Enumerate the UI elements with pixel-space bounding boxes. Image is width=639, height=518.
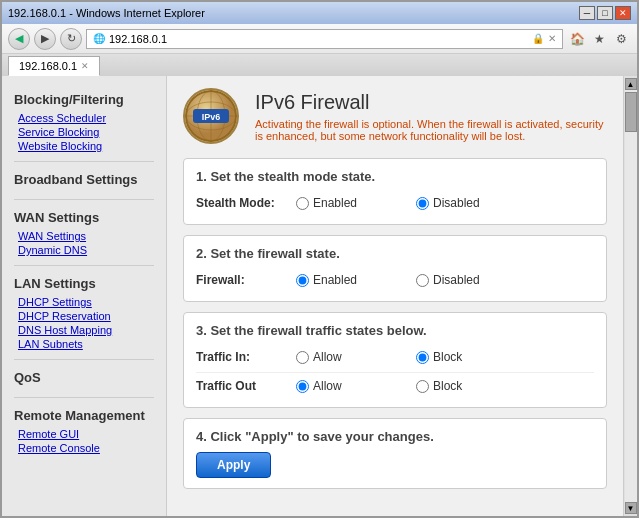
- address-icon: 🌐: [93, 33, 105, 44]
- sidebar-section-title-remote: Remote Management: [14, 408, 154, 423]
- browser-window: 192.168.0.1 - Windows Internet Explorer …: [0, 0, 639, 518]
- main-content: IPv6 IPv6 Firewall Activating the firewa…: [167, 76, 623, 516]
- traffic-out-radio-group: Allow Block: [296, 379, 506, 393]
- stealth-mode-radio-group: Enabled Disabled: [296, 196, 506, 210]
- stealth-mode-enabled-option[interactable]: Enabled: [296, 196, 386, 210]
- sidebar-item-remote-gui[interactable]: Remote GUI: [14, 427, 154, 441]
- stealth-mode-disabled-option[interactable]: Disabled: [416, 196, 506, 210]
- stealth-mode-disabled-radio[interactable]: [416, 197, 429, 210]
- scrollbar[interactable]: ▲ ▼: [623, 76, 637, 516]
- scroll-thumb[interactable]: [625, 92, 637, 132]
- stealth-mode-title: 1. Set the stealth mode state.: [196, 169, 594, 184]
- traffic-out-allow-option[interactable]: Allow: [296, 379, 386, 393]
- forward-button[interactable]: ▶: [34, 28, 56, 50]
- stealth-mode-enabled-radio[interactable]: [296, 197, 309, 210]
- traffic-title: 3. Set the firewall traffic states below…: [196, 323, 594, 338]
- firewall-icon-svg: IPv6: [185, 90, 237, 142]
- traffic-out-field-row: Traffic Out Allow Block: [196, 372, 594, 397]
- sidebar-item-remote-console[interactable]: Remote Console: [14, 441, 154, 455]
- scroll-track: [625, 90, 637, 502]
- minimize-button[interactable]: ─: [579, 6, 595, 20]
- subtitle-normal: Activating the firewall is optional.: [255, 118, 414, 130]
- traffic-in-block-label: Block: [433, 350, 462, 364]
- address-input[interactable]: [109, 33, 528, 45]
- stealth-mode-disabled-label: Disabled: [433, 196, 480, 210]
- sidebar-section-title-broadband: Broadband Settings: [14, 172, 154, 187]
- firewall-enabled-label: Enabled: [313, 273, 357, 287]
- title-bar-text: 192.168.0.1 - Windows Internet Explorer: [8, 7, 205, 19]
- sidebar-item-dhcp-reservation[interactable]: DHCP Reservation: [14, 309, 154, 323]
- sidebar-section-title-blocking: Blocking/Filtering: [14, 92, 154, 107]
- tools-icon[interactable]: ⚙: [611, 29, 631, 49]
- scroll-down-button[interactable]: ▼: [625, 502, 637, 514]
- traffic-in-radio-group: Allow Block: [296, 350, 506, 364]
- firewall-label: Firewall:: [196, 273, 296, 287]
- traffic-in-field-row: Traffic In: Allow Block: [196, 346, 594, 368]
- traffic-in-allow-option[interactable]: Allow: [296, 350, 386, 364]
- svg-text:IPv6: IPv6: [202, 112, 221, 122]
- sidebar-divider-2: [14, 199, 154, 200]
- sidebar-item-dhcp-settings[interactable]: DHCP Settings: [14, 295, 154, 309]
- sidebar-divider-5: [14, 397, 154, 398]
- sidebar-section-blocking: Blocking/Filtering Access Scheduler Serv…: [2, 86, 166, 157]
- sidebar-section-broadband: Broadband Settings: [2, 166, 166, 195]
- stealth-mode-field-row: Stealth Mode: Enabled Disabled: [196, 192, 594, 214]
- apply-button[interactable]: Apply: [196, 452, 271, 478]
- firewall-disabled-label: Disabled: [433, 273, 480, 287]
- maximize-button[interactable]: □: [597, 6, 613, 20]
- home-icon[interactable]: 🏠: [567, 29, 587, 49]
- apply-section: 4. Click "Apply" to save your changes. A…: [183, 418, 607, 489]
- sidebar-section-title-wan: WAN Settings: [14, 210, 154, 225]
- sidebar-item-dynamic-dns[interactable]: Dynamic DNS: [14, 243, 154, 257]
- traffic-out-block-option[interactable]: Block: [416, 379, 506, 393]
- stealth-mode-label: Stealth Mode:: [196, 196, 296, 210]
- sidebar-item-access-scheduler[interactable]: Access Scheduler: [14, 111, 154, 125]
- page-title-area: IPv6 Firewall Activating the firewall is…: [255, 91, 607, 142]
- stealth-mode-section: 1. Set the stealth mode state. Stealth M…: [183, 158, 607, 225]
- sidebar-item-lan-subnets[interactable]: LAN Subnets: [14, 337, 154, 351]
- sidebar-item-website-blocking[interactable]: Website Blocking: [14, 139, 154, 153]
- firewall-radio-group: Enabled Disabled: [296, 273, 506, 287]
- ipv6-icon-bg: IPv6: [183, 88, 239, 144]
- sidebar-section-title-lan: LAN Settings: [14, 276, 154, 291]
- tab-label: 192.168.0.1: [19, 60, 77, 72]
- traffic-in-allow-radio[interactable]: [296, 351, 309, 364]
- page-subtitle: Activating the firewall is optional. Whe…: [255, 118, 607, 142]
- sidebar-divider-3: [14, 265, 154, 266]
- sidebar-item-wan-settings[interactable]: WAN Settings: [14, 229, 154, 243]
- traffic-out-block-label: Block: [433, 379, 462, 393]
- tab-close-icon[interactable]: ✕: [81, 61, 89, 71]
- scroll-up-button[interactable]: ▲: [625, 78, 637, 90]
- traffic-in-block-radio[interactable]: [416, 351, 429, 364]
- traffic-in-label: Traffic In:: [196, 350, 296, 364]
- traffic-out-label: Traffic Out: [196, 379, 296, 393]
- apply-title: 4. Click "Apply" to save your changes.: [196, 429, 594, 444]
- favorites-icon[interactable]: ★: [589, 29, 609, 49]
- close-button[interactable]: ✕: [615, 6, 631, 20]
- firewall-enabled-radio[interactable]: [296, 274, 309, 287]
- sidebar-section-remote: Remote Management Remote GUI Remote Cons…: [2, 402, 166, 459]
- toolbar-icons: 🏠 ★ ⚙: [567, 29, 631, 49]
- refresh-button[interactable]: ↻: [60, 28, 82, 50]
- tab-bar: 192.168.0.1 ✕: [2, 54, 637, 76]
- traffic-out-block-radio[interactable]: [416, 380, 429, 393]
- firewall-disabled-option[interactable]: Disabled: [416, 273, 506, 287]
- traffic-in-block-option[interactable]: Block: [416, 350, 506, 364]
- sidebar-section-wan: WAN Settings WAN Settings Dynamic DNS: [2, 204, 166, 261]
- browser-tab[interactable]: 192.168.0.1 ✕: [8, 56, 100, 76]
- close-icon[interactable]: ✕: [548, 33, 556, 44]
- sidebar-divider-1: [14, 161, 154, 162]
- sidebar-section-qos: QoS: [2, 364, 166, 393]
- sidebar-item-dns-host-mapping[interactable]: DNS Host Mapping: [14, 323, 154, 337]
- page-content: Blocking/Filtering Access Scheduler Serv…: [2, 76, 637, 516]
- address-bar: 🌐 🔒 ✕: [86, 29, 563, 49]
- firewall-enabled-option[interactable]: Enabled: [296, 273, 386, 287]
- stealth-mode-enabled-label: Enabled: [313, 196, 357, 210]
- firewall-state-title: 2. Set the firewall state.: [196, 246, 594, 261]
- traffic-out-allow-radio[interactable]: [296, 380, 309, 393]
- firewall-disabled-radio[interactable]: [416, 274, 429, 287]
- sidebar-section-lan: LAN Settings DHCP Settings DHCP Reservat…: [2, 270, 166, 355]
- sidebar-item-service-blocking[interactable]: Service Blocking: [14, 125, 154, 139]
- sidebar: Blocking/Filtering Access Scheduler Serv…: [2, 76, 167, 516]
- back-button[interactable]: ◀: [8, 28, 30, 50]
